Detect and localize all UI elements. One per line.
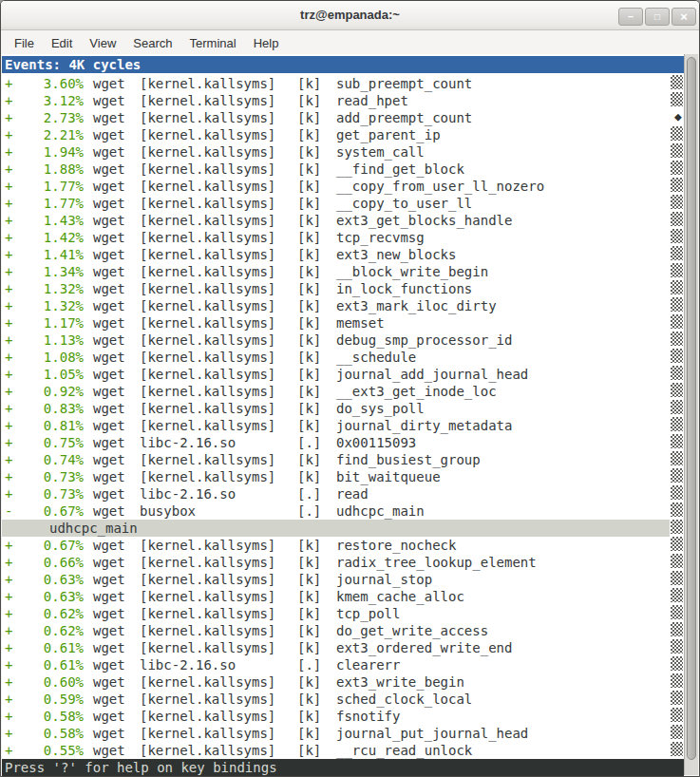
row-expand-marker[interactable]: + [5, 263, 12, 280]
perf-row[interactable]: + 3.60% wget [kernel.kallsyms] [k] sub_p… [2, 75, 684, 92]
scrollbar[interactable] [684, 54, 698, 775]
scrollbar-thumb[interactable] [687, 57, 696, 760]
menu-item-search[interactable]: Search [124, 33, 180, 53]
perf-row[interactable]: + 2.73% wget [kernel.kallsyms] [k] add_p… [2, 109, 684, 126]
perf-row[interactable]: + 0.62% wget [kernel.kallsyms] [k] do_ge… [2, 622, 684, 639]
terminal-window: trz@empanada:~ – □ × FileEditViewSearchT… [0, 0, 700, 777]
row-expand-marker[interactable]: + [5, 400, 12, 417]
perf-row[interactable]: + 0.81% wget [kernel.kallsyms] [k] journ… [2, 417, 684, 434]
row-expand-marker[interactable]: + [5, 314, 12, 332]
row-expand-marker[interactable]: + [5, 109, 12, 126]
maximize-button[interactable]: □ [645, 8, 670, 26]
perf-row[interactable]: + 0.63% wget [kernel.kallsyms] [k] kmem_… [2, 588, 684, 605]
perf-row[interactable]: + 1.77% wget [kernel.kallsyms] [k] __cop… [2, 178, 684, 195]
menu-item-help[interactable]: Help [245, 33, 288, 53]
perf-row[interactable]: + 1.34% wget [kernel.kallsyms] [k] __blo… [2, 263, 684, 280]
row-expand-marker[interactable]: + [5, 588, 12, 605]
row-expand-marker[interactable]: + [5, 708, 12, 725]
perf-row[interactable]: + 0.92% wget [kernel.kallsyms] [k] __ext… [2, 383, 684, 400]
row-expand-marker[interactable]: + [5, 297, 12, 314]
row-expand-marker[interactable]: + [5, 212, 12, 229]
perf-row[interactable]: + 1.32% wget [kernel.kallsyms] [k] ext3_… [2, 297, 684, 314]
row-expand-marker[interactable]: + [5, 229, 12, 246]
perf-row[interactable]: + 0.74% wget [kernel.kallsyms] [k] find_… [2, 451, 684, 468]
titlebar[interactable]: trz@empanada:~ – □ × [1, 1, 699, 30]
row-expand-marker[interactable]: + [5, 332, 12, 349]
perf-row[interactable]: + 1.41% wget [kernel.kallsyms] [k] ext3_… [2, 246, 684, 263]
menu-item-file[interactable]: File [6, 33, 43, 53]
perf-row[interactable]: + 0.63% wget [kernel.kallsyms] [k] journ… [2, 571, 684, 588]
perf-row[interactable]: + 0.61% wget [kernel.kallsyms] [k] ext3_… [2, 639, 684, 656]
row-expand-marker[interactable]: + [5, 605, 12, 622]
row-expand-marker[interactable]: + [5, 554, 12, 571]
perf-row[interactable]: + 0.73% wget [kernel.kallsyms] [k] bit_w… [2, 468, 684, 485]
row-expand-marker[interactable]: + [5, 725, 12, 742]
row-expand-marker[interactable]: + [5, 742, 12, 759]
terminal-screen[interactable]: Events: 4K cycles + 3.60% wget [kernel.k… [2, 54, 698, 775]
row-expand-marker[interactable]: + [5, 349, 12, 366]
row-expand-marker[interactable]: + [5, 143, 12, 161]
perf-row[interactable]: + 0.67% wget [kernel.kallsyms] [k] resto… [2, 537, 684, 554]
perf-row[interactable]: + 0.60% wget [kernel.kallsyms] [k] ext3_… [2, 673, 684, 691]
minimize-button[interactable]: – [618, 8, 643, 26]
row-expand-marker[interactable]: + [5, 246, 12, 263]
row-expand-marker[interactable]: + [5, 92, 12, 109]
perf-row[interactable]: + 3.12% wget [kernel.kallsyms] [k] read_… [2, 92, 684, 109]
perf-row[interactable]: + 0.62% wget [kernel.kallsyms] [k] tcp_p… [2, 605, 684, 622]
perf-row[interactable]: + 1.32% wget [kernel.kallsyms] [k] in_lo… [2, 280, 684, 297]
slang-scrollbar-cell [671, 537, 683, 551]
perf-row[interactable]: + 0.73% wget libc-2.16.so [.] read [2, 485, 684, 502]
menu-item-terminal[interactable]: Terminal [181, 33, 245, 53]
row-expand-marker[interactable]: + [5, 571, 12, 588]
row-percent: 0.63% [17, 571, 84, 588]
perf-row[interactable]: - 0.67% wget busybox [.] udhcpc_main [2, 502, 684, 520]
perf-row[interactable]: + 1.13% wget [kernel.kallsyms] [k] debug… [2, 332, 684, 349]
menu-item-view[interactable]: View [81, 33, 124, 53]
row-dso: [kernel.kallsyms] [140, 314, 275, 332]
perf-row[interactable]: + 0.55% wget [kernel.kallsyms] [k] __rcu… [2, 742, 684, 759]
perf-row[interactable]: + 1.94% wget [kernel.kallsyms] [k] syste… [2, 143, 684, 161]
row-expand-marker[interactable]: + [5, 126, 12, 143]
row-expand-marker[interactable]: + [5, 656, 12, 673]
row-expand-marker[interactable]: + [5, 178, 12, 195]
row-expand-marker[interactable]: + [5, 485, 12, 502]
perf-row[interactable]: + 2.21% wget [kernel.kallsyms] [k] get_p… [2, 126, 684, 143]
perf-row[interactable]: + 0.75% wget libc-2.16.so [.] 0x00115093 [2, 434, 684, 451]
perf-row[interactable]: + 0.61% wget libc-2.16.so [.] clearerr [2, 656, 684, 673]
row-symbol: read [336, 485, 369, 502]
row-expand-marker[interactable]: + [5, 451, 12, 468]
row-symbol: __copy_to_user_ll [336, 195, 472, 212]
menu-item-edit[interactable]: Edit [43, 33, 81, 53]
row-expand-marker[interactable]: + [5, 673, 12, 691]
perf-row[interactable]: + 1.05% wget [kernel.kallsyms] [k] journ… [2, 366, 684, 383]
perf-row[interactable]: + 1.08% wget [kernel.kallsyms] [k] __sch… [2, 349, 684, 366]
row-expand-marker[interactable]: + [5, 537, 12, 554]
row-expand-marker[interactable]: + [5, 75, 12, 92]
perf-row[interactable]: + 0.66% wget [kernel.kallsyms] [k] radix… [2, 554, 684, 571]
perf-row[interactable]: + 1.43% wget [kernel.kallsyms] [k] ext3_… [2, 212, 684, 229]
row-expand-marker[interactable]: + [5, 468, 12, 485]
row-expand-marker[interactable]: + [5, 195, 12, 212]
row-expand-marker[interactable]: + [5, 622, 12, 639]
perf-row[interactable]: + 1.17% wget [kernel.kallsyms] [k] memse… [2, 314, 684, 332]
row-expand-marker[interactable]: + [5, 161, 12, 178]
perf-row[interactable]: + 1.77% wget [kernel.kallsyms] [k] __cop… [2, 195, 684, 212]
row-expand-marker[interactable]: + [5, 280, 12, 297]
row-expand-marker[interactable]: + [5, 366, 12, 383]
row-expand-marker[interactable]: - [5, 502, 12, 520]
perf-row[interactable]: + 0.83% wget [kernel.kallsyms] [k] do_sy… [2, 400, 684, 417]
row-expand-marker[interactable]: + [5, 691, 12, 708]
perf-row[interactable]: + 1.42% wget [kernel.kallsyms] [k] tcp_r… [2, 229, 684, 246]
row-expand-marker[interactable]: + [5, 417, 12, 434]
row-expand-marker[interactable]: + [5, 639, 12, 656]
row-expand-marker[interactable]: + [5, 434, 12, 451]
row-symbol: journal_put_journal_head [336, 725, 528, 742]
close-button[interactable]: × [672, 8, 696, 26]
perf-row[interactable]: udhcpc_main [2, 520, 684, 537]
row-dso: [kernel.kallsyms] [140, 332, 275, 349]
perf-row[interactable]: + 0.59% wget [kernel.kallsyms] [k] sched… [2, 691, 684, 708]
perf-row[interactable]: + 0.58% wget [kernel.kallsyms] [k] fsnot… [2, 708, 684, 725]
perf-row[interactable]: + 0.58% wget [kernel.kallsyms] [k] journ… [2, 725, 684, 742]
perf-row[interactable]: + 1.88% wget [kernel.kallsyms] [k] __fin… [2, 161, 684, 178]
row-expand-marker[interactable]: + [5, 383, 12, 400]
